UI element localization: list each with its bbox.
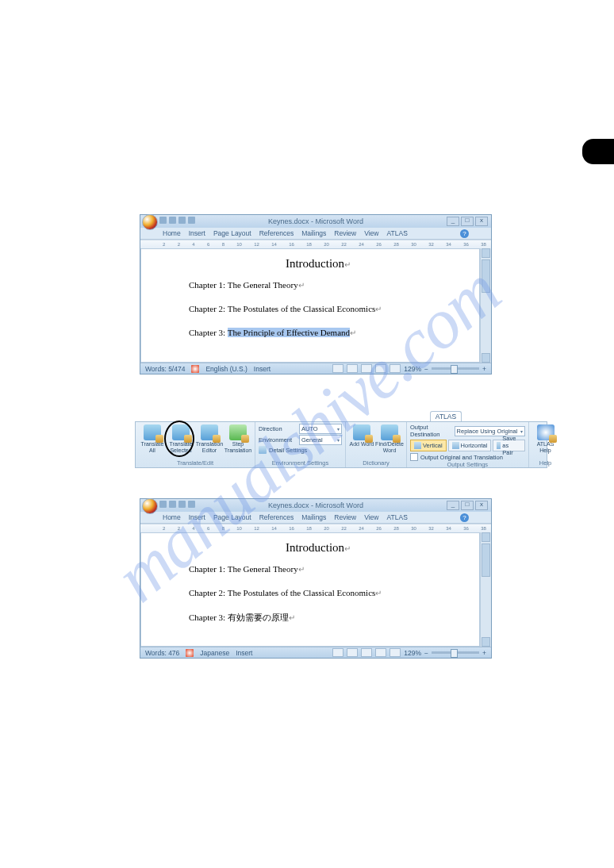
step-translation-button[interactable]: Step Translation [224,424,251,454]
zoom-slider[interactable] [432,367,479,370]
atlas-ribbon: ATLAS Translate All Translate Selected T… [135,411,547,468]
tab-review[interactable]: Review [334,513,356,521]
spellcheck-icon[interactable] [186,649,194,657]
detail-settings-button[interactable]: Detail Settings [269,447,307,454]
vertical-scrollbar[interactable] [480,248,491,363]
help-icon[interactable]: ? [460,229,469,238]
view-full-screen-icon[interactable] [347,364,358,373]
insert-mode[interactable]: Insert [236,649,252,657]
view-draft-icon[interactable] [390,648,401,657]
save-as-pair-toggle[interactable]: Save as Pair [493,440,524,451]
zoom-level[interactable]: 129% [404,649,421,657]
zoom-out-icon[interactable]: − [424,365,428,373]
document-area[interactable]: Introduction↵ Chapter 1: The General The… [140,248,480,363]
tab-page-layout[interactable]: Page Layout [213,513,251,521]
tab-atlas[interactable]: ATLAS [387,229,408,237]
translate-all-button[interactable]: Translate All [139,424,166,454]
scroll-up-icon[interactable] [482,248,490,258]
scroll-down-icon[interactable] [482,353,490,363]
output-both-label: Output Original and Translation [420,454,503,461]
qat-more-icon[interactable] [188,217,195,224]
view-print-layout-icon[interactable] [332,364,343,373]
save-pair-icon [497,442,501,449]
help-icon[interactable]: ? [460,513,469,522]
zoom-level[interactable]: 129% [404,365,421,373]
tab-insert[interactable]: Insert [189,513,205,521]
status-bar: Words: 476 Japanese Insert 129% − + [140,647,491,658]
maximize-button[interactable]: □ [461,217,474,226]
selected-text: The Principle of Effective Demand [228,328,350,337]
view-web-layout-icon[interactable] [361,648,372,657]
tab-view[interactable]: View [364,513,378,521]
tab-mailings[interactable]: Mailings [301,229,326,237]
minimize-button[interactable]: _ [447,501,459,510]
view-outline-icon[interactable] [375,364,386,373]
qat-undo-icon[interactable] [169,217,176,224]
direction-label: Direction [259,425,297,432]
scroll-thumb[interactable] [482,259,490,293]
tab-references[interactable]: References [259,229,294,237]
spellcheck-icon[interactable] [191,365,199,373]
maximize-button[interactable]: □ [461,501,474,510]
language-status[interactable]: Japanese [200,649,229,657]
zoom-in-icon[interactable]: + [482,649,486,657]
view-outline-icon[interactable] [375,648,386,657]
chapter-line: Chapter 2: The Postulates of the Classic… [189,588,447,597]
qat-more-icon[interactable] [188,501,195,508]
translate-selected-button[interactable]: Translate Selected [167,424,194,454]
atlas-help-button[interactable]: ATLAS Help [532,424,559,454]
qat-save-icon[interactable] [159,501,167,508]
translate-selected-icon [172,424,190,440]
find-delete-word-button[interactable]: Find/Delete Word [376,424,403,454]
minimize-button[interactable]: _ [447,217,459,226]
tab-review[interactable]: Review [334,229,356,237]
group-translate-edit: Translate All Translate Selected Transla… [136,422,255,467]
direction-combo[interactable]: AUTO▾ [299,424,342,434]
qat-redo-icon[interactable] [178,217,186,224]
tab-page-layout[interactable]: Page Layout [213,229,251,237]
office-button[interactable] [142,214,158,230]
group-label: Dictionary [349,459,403,467]
vertical-scrollbar[interactable] [480,532,491,647]
scroll-thumb[interactable] [482,543,490,577]
tab-view[interactable]: View [364,229,378,237]
qat-undo-icon[interactable] [169,501,176,508]
view-draft-icon[interactable] [390,364,401,373]
document-area[interactable]: Introduction↵ Chapter 1: The General The… [140,532,480,647]
output-both-checkbox[interactable] [410,453,418,461]
close-button[interactable]: x [475,501,488,510]
view-web-layout-icon[interactable] [361,364,372,373]
help-icon [537,424,555,440]
word-window-before: Keynes.docx - Microsoft Word _ □ x Home … [140,214,492,374]
scroll-down-icon[interactable] [482,637,490,647]
zoom-in-icon[interactable]: + [482,365,486,373]
close-button[interactable]: x [475,217,488,226]
environment-combo[interactable]: General▾ [299,435,342,445]
tab-insert[interactable]: Insert [189,229,205,237]
qat-redo-icon[interactable] [178,501,186,508]
view-full-screen-icon[interactable] [347,648,358,657]
quick-access-toolbar [159,501,195,508]
scroll-up-icon[interactable] [482,532,490,542]
zoom-out-icon[interactable]: − [424,649,428,657]
tab-home[interactable]: Home [163,513,181,521]
qat-save-icon[interactable] [159,217,167,224]
tab-references[interactable]: References [259,513,294,521]
view-print-layout-icon[interactable] [332,648,343,657]
language-status[interactable]: English (U.S.) [205,365,247,373]
output-destination-label: Output Destination [410,424,452,438]
vertical-toggle[interactable]: Vertical [410,440,447,451]
add-word-button[interactable]: Add Word [349,424,374,454]
tab-mailings[interactable]: Mailings [301,513,326,521]
horizontal-toggle[interactable]: Horizontal [448,440,492,451]
tab-home[interactable]: Home [163,229,181,237]
tab-atlas[interactable]: ATLAS [387,513,408,521]
titlebar: Keynes.docx - Microsoft Word _ □ x [140,215,491,228]
chapter-line: Chapter 3: 有効需要の原理↵ [189,612,447,624]
zoom-slider[interactable] [432,651,479,654]
word-count[interactable]: Words: 476 [145,649,179,657]
office-button[interactable] [142,498,158,514]
insert-mode[interactable]: Insert [254,365,271,373]
word-count[interactable]: Words: 5/474 [145,365,185,373]
translation-editor-button[interactable]: Translation Editor [196,424,223,454]
